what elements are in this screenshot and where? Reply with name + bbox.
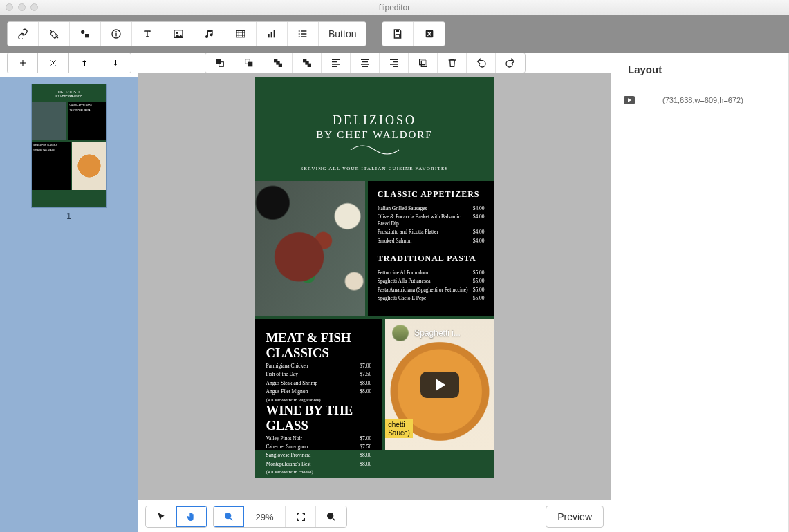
bring-to-front-button[interactable] [263, 53, 293, 73]
text-button[interactable] [132, 22, 163, 46]
zoom-out-button[interactable] [214, 506, 244, 527]
svg-rect-19 [248, 62, 252, 67]
menu-price: $7.00 [360, 363, 371, 369]
menu-price: $7.00 [360, 435, 371, 441]
hand-tool-button[interactable] [176, 506, 207, 527]
menu-price: $4.00 [473, 238, 485, 244]
thumb-title: DELIZIOSO [32, 84, 106, 94]
send-to-back-button[interactable] [293, 53, 322, 73]
duplicate-button[interactable] [409, 53, 438, 73]
pointer-tool-button[interactable] [146, 506, 176, 527]
menu-item: Italian Grilled Sausages [378, 205, 473, 211]
arrow-down-icon [111, 59, 120, 67]
svg-rect-27 [419, 59, 425, 65]
chart-button[interactable] [257, 22, 288, 46]
close-icon [424, 28, 435, 39]
video-caption: ghettiSauce) [385, 419, 413, 438]
svg-point-11 [299, 30, 300, 32]
layout-item-row[interactable]: (731,638,w=609,h=672) [611, 86, 788, 114]
pointer-icon [156, 511, 167, 522]
move-page-up-button[interactable] [69, 53, 100, 73]
link-button[interactable] [8, 22, 39, 46]
svg-rect-9 [271, 32, 272, 37]
preview-button[interactable]: Preview [546, 506, 604, 528]
food-image-top [255, 181, 365, 316]
save-button[interactable] [382, 22, 414, 46]
align-left-icon [331, 57, 342, 68]
menu-item: Parmigiana Chicken [266, 363, 360, 369]
zoom-out-icon [223, 511, 234, 522]
menu-item: Pasta Amatriciana (Spaghetti or Fettucci… [378, 287, 473, 293]
editor-area: DELIZIOSO BY CHEF WALDORF SERVING ALL YO… [138, 53, 611, 532]
redo-button[interactable] [496, 53, 525, 73]
plus-icon [19, 59, 27, 67]
layer-front-icon [214, 57, 225, 68]
menu-price: $4.00 [473, 205, 485, 211]
menu-price: $8.00 [360, 388, 371, 395]
menu-item: Valley Pinot Noir [266, 435, 360, 441]
menu-item: Spaghetti Alla Puttanesca [378, 278, 473, 284]
align-right-button[interactable] [380, 53, 409, 73]
main-toolbar: Button [0, 15, 789, 53]
delete-page-button[interactable] [38, 53, 69, 73]
menu-block-right: CLASSIC APPETIZERS Italian Grilled Sausa… [368, 181, 494, 316]
menu-price: $8.00 [360, 380, 371, 386]
image-button[interactable] [163, 22, 194, 46]
list-button[interactable] [288, 22, 319, 46]
flourish-icon [347, 145, 402, 155]
menu-price: $5.00 [473, 269, 485, 276]
menu-item: Prosciutto and Ricotta Platter [378, 229, 473, 235]
audio-button[interactable] [194, 22, 225, 46]
info-button[interactable] [101, 22, 132, 46]
link-icon [17, 28, 28, 39]
save-icon [392, 28, 403, 39]
svg-rect-26 [303, 59, 306, 62]
align-left-button[interactable] [322, 53, 351, 73]
section-heading-wine: WINE BY THE GLASS [266, 403, 372, 433]
delete-button[interactable] [438, 53, 467, 73]
align-center-button[interactable] [351, 53, 380, 73]
fit-screen-button[interactable] [286, 506, 316, 527]
bring-forward-button[interactable] [205, 53, 234, 73]
menu-item: Sangiovese Provincia [266, 452, 360, 458]
move-page-down-button[interactable] [100, 53, 131, 73]
thumbnail-page-number: 1 [0, 211, 138, 221]
video-play-button[interactable] [420, 372, 459, 398]
thumb-byline: BY CHEF WALDORF [32, 94, 106, 97]
svg-rect-3 [115, 33, 116, 37]
send-backward-button[interactable] [234, 53, 263, 73]
button-element-button[interactable]: Button [319, 22, 366, 46]
layout-item-coords: (731,638,w=609,h=672) [662, 96, 743, 104]
section-heading-meatfish: MEAT & FISH CLASSICS [266, 330, 372, 361]
svg-rect-23 [278, 64, 281, 67]
section-note: (All served with cheese) [266, 469, 372, 475]
shape-button[interactable] [70, 22, 101, 46]
svg-rect-7 [236, 30, 245, 37]
crop-button[interactable] [39, 22, 70, 46]
embedded-video[interactable]: Spaghetti i... ghettiSauce) [385, 319, 494, 450]
film-icon [235, 28, 246, 39]
page-thumbnails-panel: DELIZIOSO BY CHEF WALDORF CLASSIC APPETI… [0, 53, 138, 532]
undo-button[interactable] [467, 53, 496, 73]
section-heading-appetizers: CLASSIC APPETIZERS [378, 189, 485, 200]
shapes-icon [80, 28, 91, 39]
window-titlebar: flipeditor [0, 0, 789, 15]
svg-rect-15 [396, 35, 400, 37]
video-button[interactable] [225, 22, 257, 46]
x-icon [49, 59, 57, 67]
canvas[interactable]: DELIZIOSO BY CHEF WALDORF SERVING ALL YO… [138, 73, 611, 500]
list-icon [297, 28, 308, 39]
page-canvas[interactable]: DELIZIOSO BY CHEF WALDORF SERVING ALL YO… [255, 77, 494, 471]
menu-item: Smoked Salmon [378, 238, 473, 244]
menu-title: DELIZIOSO [266, 113, 483, 128]
page-thumbnail[interactable]: DELIZIOSO BY CHEF WALDORF CLASSIC APPETI… [32, 84, 106, 207]
zoom-in-button[interactable] [316, 506, 346, 527]
editor-footer: 29% Preview [138, 500, 611, 532]
crop-icon [48, 28, 59, 39]
menu-item: Angus Steak and Shrimp [266, 380, 360, 386]
close-button[interactable] [414, 22, 445, 46]
layers-back-icon [301, 57, 313, 68]
svg-rect-14 [396, 30, 400, 32]
menu-item: Fettuccine Al Pomodoro [378, 269, 473, 276]
add-page-button[interactable] [7, 53, 38, 73]
